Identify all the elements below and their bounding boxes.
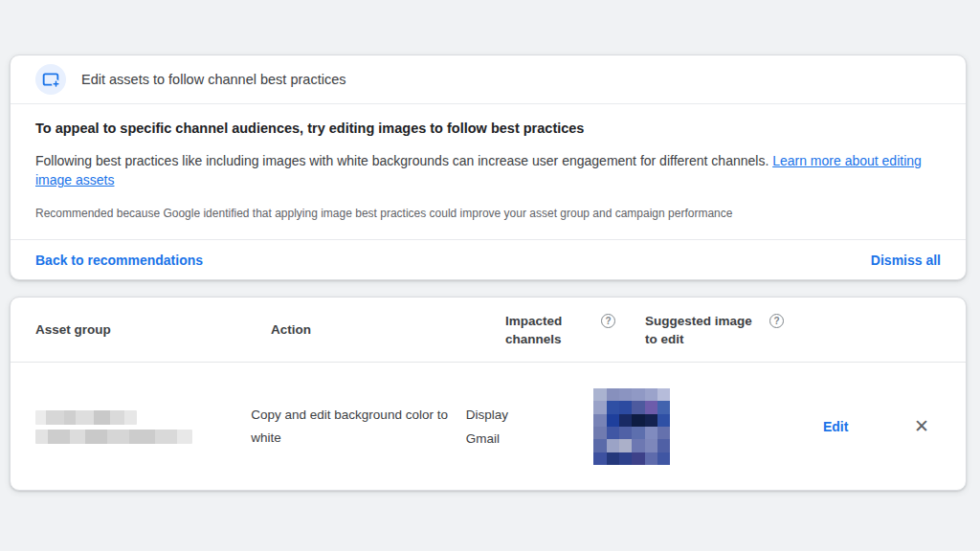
recommendation-heading: To appeal to specific channel audiences,… — [35, 121, 941, 136]
cell-action: Copy and edit background color to white — [251, 404, 465, 450]
cell-edit: Edit — [769, 411, 902, 442]
table-row: Copy and edit background color to white … — [11, 363, 966, 491]
column-header-action: Action — [271, 320, 505, 339]
image-edit-add-icon — [35, 64, 66, 95]
channel-item: Gmail — [466, 427, 508, 451]
help-icon[interactable]: ? — [601, 314, 615, 328]
suggested-image-label: Suggested image to edit — [645, 312, 758, 348]
redacted-bar — [35, 410, 137, 425]
redacted-bar — [35, 430, 192, 444]
impacted-channels-label: Impacted channels — [505, 312, 588, 348]
redacted-asset-group-name — [35, 410, 251, 444]
description-text: Following best practices like including … — [35, 153, 768, 168]
cell-asset-group — [35, 410, 251, 444]
close-icon[interactable]: ✕ — [914, 417, 929, 435]
page: Edit assets to follow channel best pract… — [0, 0, 980, 551]
recommendation-card-header: Edit assets to follow channel best pract… — [11, 55, 966, 104]
help-icon[interactable]: ? — [769, 314, 784, 328]
cell-close: ✕ — [902, 417, 941, 436]
recommendation-title: Edit assets to follow channel best pract… — [81, 72, 345, 87]
suggested-image-thumbnail — [593, 388, 670, 465]
recommendation-footer: Back to recommendations Dismiss all — [11, 239, 966, 279]
recommendation-body: To appeal to specific channel audiences,… — [11, 104, 966, 220]
channel-list: Display Gmail — [466, 403, 508, 451]
recommendation-card: Edit assets to follow channel best pract… — [10, 55, 967, 280]
asset-table-card: Asset group Action Impacted channels ? S… — [10, 297, 967, 491]
edit-button[interactable]: Edit — [812, 411, 859, 442]
recommendation-note: Recommended because Google identified th… — [35, 207, 941, 220]
cell-suggested-image — [593, 388, 768, 465]
column-header-asset-group: Asset group — [35, 320, 271, 339]
action-text: Copy and edit background color to white — [251, 404, 454, 450]
column-header-suggested-image: Suggested image to edit ? — [645, 312, 836, 348]
column-header-impacted-channels: Impacted channels ? — [505, 312, 645, 348]
channel-item: Display — [466, 403, 508, 427]
dismiss-all-link[interactable]: Dismiss all — [871, 253, 941, 268]
table-header-row: Asset group Action Impacted channels ? S… — [11, 298, 966, 363]
recommendation-description: Following best practices like including … — [35, 151, 941, 189]
back-to-recommendations-link[interactable]: Back to recommendations — [35, 253, 203, 268]
cell-impacted-channels: Display Gmail — [466, 403, 594, 451]
